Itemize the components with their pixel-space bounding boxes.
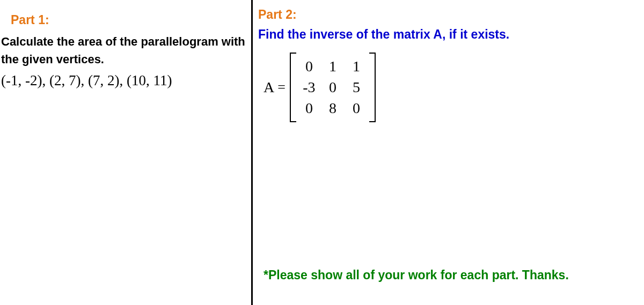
part2-section: Part 2: Find the inverse of the matrix A… — [251, 0, 644, 305]
part1-section: Part 1: Calculate the area of the parall… — [0, 0, 251, 305]
equals-sign: = — [277, 79, 286, 95]
matrix-row: -3 0 5 — [297, 77, 368, 98]
matrix-cell: 0 — [297, 98, 321, 118]
work-note: *Please show all of your work for each p… — [264, 266, 617, 284]
matrix-cell: 8 — [321, 98, 345, 118]
matrix-cell: 0 — [321, 77, 345, 98]
matrix-row: 0 1 1 — [297, 56, 368, 77]
part1-instruction: Calculate the area of the parallelogram … — [0, 33, 251, 68]
matrix-row: 0 8 0 — [297, 98, 368, 118]
matrix-cell: 0 — [345, 98, 368, 118]
part2-heading: Part 2: — [258, 8, 644, 22]
matrix-cell: 1 — [321, 56, 345, 77]
matrix-cell: -3 — [297, 77, 321, 98]
problem-container: Part 1: Calculate the area of the parall… — [0, 0, 644, 305]
part2-instruction: Find the inverse of the matrix A, if it … — [258, 27, 644, 42]
part1-heading: Part 1: — [0, 13, 251, 27]
matrix-label: A — [264, 79, 274, 96]
matrix-brackets: 0 1 1 -3 0 5 0 8 0 — [290, 53, 376, 122]
matrix-cell: 1 — [345, 56, 368, 77]
part1-vertices: (-1, -2), (2, 7), (7, 2), (10, 11) — [0, 72, 251, 89]
matrix-cell: 0 — [297, 56, 321, 77]
matrix-cell: 5 — [345, 77, 368, 98]
matrix-equation: A = 0 1 1 -3 0 5 0 8 0 — [258, 53, 644, 122]
